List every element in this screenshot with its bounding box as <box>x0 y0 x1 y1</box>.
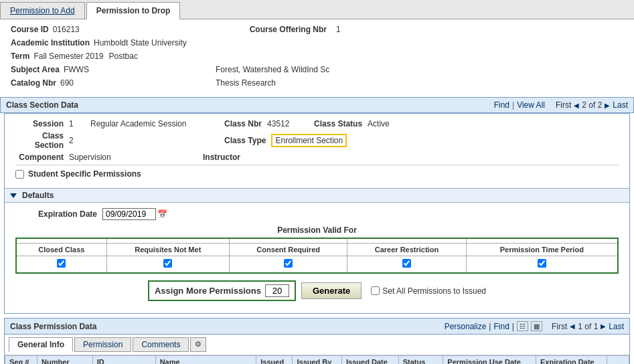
academic-institution-value: Humboldt State University <box>94 38 187 48</box>
permission-table: Seq # Number ID Name Issued Issued By Is… <box>5 355 629 364</box>
pvf-consent-cell <box>229 256 347 274</box>
first-link[interactable]: First <box>556 100 571 110</box>
cpd-personalize-link[interactable]: Personalize <box>445 322 487 331</box>
class-type-value: Enrollment Section <box>271 134 347 147</box>
find-link[interactable]: Find <box>494 100 509 110</box>
pvf-header-career: Career Restriction <box>347 244 466 256</box>
student-specific-permissions-checkbox[interactable] <box>15 170 24 179</box>
pvf-col-closed-class <box>16 238 106 244</box>
pvf-col-consent <box>229 238 347 244</box>
cpd-grid-icon[interactable]: ☷ <box>517 321 528 331</box>
sub-tab-general-info[interactable]: General Info <box>9 337 73 352</box>
course-offering-nbr-value: 1 <box>336 25 341 37</box>
class-section-body: Session 1 Regular Academic Session Class… <box>5 114 629 188</box>
class-section-nav: Find | View All First ◀ 2 of 2 ▶ Last <box>494 100 628 110</box>
cpd-chart-icon[interactable]: ▦ <box>531 321 542 331</box>
session-desc: Regular Academic Session <box>90 119 211 128</box>
assign-more-permissions-box: Assign More Permissions <box>148 280 296 301</box>
pvf-requisites-checkbox[interactable] <box>163 259 172 268</box>
tab-permission-to-add[interactable]: Permission to Add <box>0 2 85 19</box>
th-number: Number <box>37 356 92 365</box>
tab-permission-to-drop[interactable]: Permission to Drop <box>86 2 181 19</box>
th-name: Name <box>155 356 256 365</box>
class-section-label: Class Section <box>15 131 69 150</box>
th-issued-date: Issued Date <box>342 356 399 365</box>
sub-tab-permission[interactable]: Permission <box>74 337 131 352</box>
pvf-col-career <box>347 238 466 244</box>
assign-permissions-row: Assign More Permissions Generate Set All… <box>15 280 619 301</box>
course-id-label: Course ID <box>11 25 49 34</box>
class-section-header: Class Section Data Find | View All First… <box>0 97 634 113</box>
sub-tabs-container: General Info Permission Comments ⚙ <box>5 335 629 355</box>
defaults-collapse-icon <box>10 193 17 198</box>
expiration-date-input[interactable] <box>102 208 156 220</box>
cpd-last-link[interactable]: Last <box>609 322 624 331</box>
pvf-time-period-checkbox[interactable] <box>538 259 546 268</box>
expiration-date-label: Expiration Date <box>15 209 102 219</box>
cpd-find-link[interactable]: Find <box>493 322 509 331</box>
pvf-consent-checkbox[interactable] <box>284 259 293 268</box>
set-all-permissions-checkbox[interactable] <box>371 286 380 295</box>
pvf-career-cell <box>347 256 466 274</box>
permission-valid-for-label: Permission Valid For <box>15 225 619 235</box>
class-section-container: Session 1 Regular Academic Session Class… <box>4 113 630 314</box>
class-status-label: Class Status <box>314 119 368 128</box>
class-permission-data-wrapper: Class Permission Data Personalize | Find… <box>0 318 634 364</box>
cpd-prev-arrow[interactable]: ◀ <box>570 323 575 330</box>
academic-institution-label: Academic Institution <box>11 38 90 48</box>
calendar-icon[interactable]: 📅 <box>157 209 167 219</box>
th-issued: Issued <box>256 356 293 365</box>
cpd-header: Class Permission Data Personalize | Find… <box>5 318 629 335</box>
term-label: Term <box>11 52 29 61</box>
page-info: 2 of 2 <box>582 100 602 110</box>
view-all-link[interactable]: View All <box>517 100 545 110</box>
th-status: Status <box>398 356 443 365</box>
catalog-nbr-label: Catalog Nbr <box>11 78 56 88</box>
generate-button[interactable]: Generate <box>301 282 362 299</box>
assign-more-permissions-input[interactable] <box>265 284 289 297</box>
pvf-header-requisites: Requisites Not Met <box>106 244 229 256</box>
term-value: Fall Semester 2019 <box>33 52 103 61</box>
th-issued-by: Issued By <box>293 356 342 365</box>
component-value: Supervision <box>69 153 149 162</box>
course-id-value: 016213 <box>53 25 80 34</box>
last-link[interactable]: Last <box>613 100 628 110</box>
component-label: Component <box>15 153 69 162</box>
pvf-closed-class-checkbox[interactable] <box>57 259 66 268</box>
pvf-requisites-cell <box>106 256 229 274</box>
th-actions <box>607 356 629 365</box>
sub-tab-comments[interactable]: Comments <box>133 337 189 352</box>
session-value: 1 <box>69 119 82 128</box>
session-label: Session <box>15 119 69 128</box>
pvf-header-time-period: Permission Time Period <box>466 244 618 256</box>
subject-area-label: Subject Area <box>11 65 60 74</box>
assign-more-permissions-label: Assign More Permissions <box>155 286 261 296</box>
catalog-nbr-value: 690 <box>60 78 74 88</box>
sub-tab-extra-icon[interactable]: ⚙ <box>190 337 206 352</box>
class-section-title: Class Section Data <box>6 100 78 110</box>
subject-area-desc: Forest, Watershed & WildInd Sc <box>216 65 329 77</box>
top-tabs-container: Permission to Add Permission to Drop <box>0 0 634 19</box>
th-permission-use-date: Permission Use Date <box>443 356 536 365</box>
prev-arrow-icon[interactable]: ◀ <box>574 102 579 109</box>
th-id: ID <box>92 356 155 365</box>
cpd-nav: Personalize | Find | ☷ ▦ First ◀ 1 of 1 … <box>445 321 624 331</box>
catalog-nbr-desc: Thesis Research <box>216 78 276 90</box>
permission-valid-for-table: Closed Class Requisites Not Met Consent … <box>15 238 619 274</box>
pvf-col-requisites <box>106 238 229 244</box>
th-expiration-date: Expiration Date <box>536 356 607 365</box>
defaults-body: Expiration Date 📅 Permission Valid For C… <box>5 203 629 313</box>
class-nbr-value: 43512 <box>267 119 301 128</box>
pvf-checkboxes-row <box>16 256 618 274</box>
th-seq: Seq # <box>5 356 37 365</box>
defaults-title: Defaults <box>22 191 54 200</box>
course-info-section: Course ID 016213 Course Offering Nbr 1 A… <box>0 19 634 97</box>
pvf-career-checkbox[interactable] <box>402 259 411 268</box>
cpd-first-link[interactable]: First <box>552 322 567 331</box>
defaults-header[interactable]: Defaults <box>5 188 629 203</box>
pvf-col-time-period <box>466 238 618 244</box>
next-arrow-icon[interactable]: ▶ <box>605 102 610 109</box>
class-section-value: 2 <box>69 136 82 145</box>
cpd-next-arrow[interactable]: ▶ <box>601 323 606 330</box>
cpd-page-info: 1 of 1 <box>578 322 598 331</box>
